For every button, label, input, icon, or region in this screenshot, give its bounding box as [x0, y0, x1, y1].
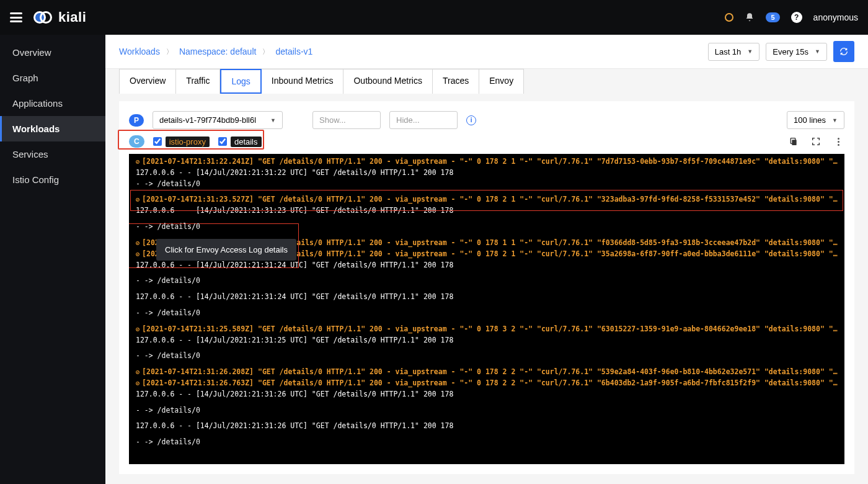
- sidebar-item-applications[interactable]: Applications: [0, 91, 105, 116]
- pod-pill: P: [129, 114, 144, 127]
- notification-bell-icon[interactable]: [745, 12, 755, 22]
- log-line: 127.0.0.6 - - [14/Jul/2021:21:31:26 UTC]…: [134, 421, 839, 432]
- log-line: - -> /details/0: [134, 222, 839, 233]
- container-details-toggle[interactable]: details: [218, 137, 262, 147]
- fullscreen-icon[interactable]: [810, 135, 822, 148]
- tab-outbound-metrics[interactable]: Outbound Metrics: [343, 69, 433, 94]
- container-istio-proxy-label: istio-proxy: [166, 137, 210, 147]
- info-icon[interactable]: i: [466, 115, 476, 125]
- sidebar-item-graph[interactable]: Graph: [0, 65, 105, 91]
- envoy-log-tooltip: Click for Envoy Access Log details: [156, 239, 296, 261]
- notification-count-badge[interactable]: 5: [766, 12, 779, 22]
- log-line: 127.0.0.6 - - [14/Jul/2021:21:31:24 UTC]…: [134, 260, 839, 271]
- container-details-label: details: [231, 137, 262, 147]
- log-controls-row-1: P details-v1-79f774bdb9-bll6l ▼ i 100 li…: [129, 111, 844, 129]
- log-line: 127.0.0.6 - - [14/Jul/2021:21:31:23 UTC]…: [134, 205, 839, 217]
- chevron-right-icon: 〉: [262, 47, 269, 56]
- caret-down-icon: ▼: [747, 48, 753, 55]
- main: Workloads 〉 Namespace: default 〉 details…: [105, 35, 868, 484]
- tab-traffic[interactable]: Traffic: [176, 69, 220, 94]
- log-line: - -> /details/0: [134, 405, 839, 416]
- breadcrumb-item[interactable]: Namespace: default: [179, 47, 257, 56]
- refresh-button[interactable]: [833, 41, 854, 62]
- log-line: 127.0.0.6 - - [14/Jul/2021:21:31:25 UTC]…: [134, 335, 839, 346]
- breadcrumb-item[interactable]: details-v1: [275, 47, 312, 56]
- page-header: Workloads 〉 Namespace: default 〉 details…: [105, 35, 868, 69]
- log-line[interactable]: [2021-07-14T21:31:23.527Z] "GET /details…: [134, 194, 839, 205]
- log-line: - -> /details/0: [134, 308, 839, 319]
- sidebar-item-overview[interactable]: Overview: [0, 40, 105, 65]
- menu-toggle-icon[interactable]: [10, 12, 22, 22]
- log-line[interactable]: [2021-07-14T21:31:26.763Z] "GET /details…: [134, 378, 839, 389]
- help-icon[interactable]: ?: [791, 12, 802, 23]
- caret-down-icon: ▼: [832, 117, 838, 123]
- app-name: kiali: [58, 9, 86, 25]
- svg-rect-0: [792, 140, 796, 145]
- log-line: - -> /details/0: [134, 437, 839, 448]
- checkbox[interactable]: [153, 137, 162, 146]
- kebab-menu-icon[interactable]: [832, 135, 844, 148]
- log-line: - -> /details/0: [134, 179, 839, 190]
- logs-panel: P details-v1-79f774bdb9-bll6l ▼ i 100 li…: [119, 101, 854, 474]
- chevron-right-icon: 〉: [166, 47, 173, 56]
- tab-traces[interactable]: Traces: [433, 69, 479, 94]
- time-range-select[interactable]: Last 1h ▼: [708, 43, 760, 61]
- container-istio-proxy-toggle[interactable]: istio-proxy: [153, 137, 210, 147]
- breadcrumb-item[interactable]: Workloads: [119, 47, 160, 56]
- tooltip-text: Click for Envoy Access Log details: [165, 245, 288, 254]
- log-line[interactable]: [2021-07-14T21:31:22.241Z] "GET /details…: [134, 156, 839, 168]
- tabs: OverviewTrafficLogsInbound MetricsOutbou…: [105, 69, 868, 94]
- sidebar: OverviewGraphApplicationsWorkloadsServic…: [0, 35, 105, 484]
- app-logo[interactable]: kiali: [33, 9, 86, 25]
- log-line[interactable]: [2021-07-14T21:31:25.589Z] "GET /details…: [134, 324, 839, 335]
- log-viewer[interactable]: [2021-07-14T21:31:22.241Z] "GET /details…: [129, 154, 844, 464]
- user-label[interactable]: anonymous: [813, 12, 858, 22]
- log-line: 127.0.0.6 - - [14/Jul/2021:21:31:22 UTC]…: [134, 168, 839, 179]
- topbar-right: 5 ? anonymous: [725, 12, 858, 23]
- tab-inbound-metrics[interactable]: Inbound Metrics: [262, 69, 344, 94]
- copy-logs-icon[interactable]: [787, 135, 800, 148]
- checkbox[interactable]: [218, 137, 227, 146]
- sidebar-item-workloads[interactable]: Workloads: [0, 116, 105, 141]
- container-pill: C: [129, 135, 144, 148]
- status-indicator-icon[interactable]: [725, 13, 733, 22]
- time-range-label: Last 1h: [715, 47, 742, 56]
- log-line: 127.0.0.6 - - [14/Jul/2021:21:31:24 UTC]…: [134, 292, 839, 303]
- refresh-interval-label: Every 15s: [773, 47, 808, 56]
- tab-logs[interactable]: Logs: [220, 69, 261, 94]
- line-count-select[interactable]: 100 lines ▼: [787, 111, 844, 129]
- logo-icon: [33, 10, 53, 25]
- topbar: kiali 5 ? anonymous: [0, 0, 868, 35]
- caret-down-icon: ▼: [815, 48, 820, 55]
- log-line: - -> /details/0: [134, 351, 839, 362]
- hide-filter-input[interactable]: [389, 111, 458, 129]
- sidebar-item-services[interactable]: Services: [0, 141, 105, 167]
- breadcrumb: Workloads 〉 Namespace: default 〉 details…: [119, 47, 312, 56]
- show-filter-input[interactable]: [312, 111, 381, 129]
- tab-envoy[interactable]: Envoy: [479, 69, 524, 94]
- sidebar-item-istio-config[interactable]: Istio Config: [0, 167, 105, 192]
- log-line[interactable]: [2021-07-14T21:31:26.208Z] "GET /details…: [134, 367, 839, 378]
- pod-select[interactable]: details-v1-79f774bdb9-bll6l ▼: [153, 111, 283, 129]
- pod-select-value: details-v1-79f774bdb9-bll6l: [159, 115, 256, 125]
- log-line: 127.0.0.6 - - [14/Jul/2021:21:31:26 UTC]…: [134, 389, 839, 400]
- caret-down-icon: ▼: [270, 117, 276, 123]
- log-controls-row-2: C istio-proxy details: [129, 135, 844, 148]
- tab-overview[interactable]: Overview: [119, 69, 176, 94]
- line-count-label: 100 lines: [794, 115, 826, 125]
- log-line: - -> /details/0: [134, 276, 839, 287]
- refresh-interval-select[interactable]: Every 15s ▼: [766, 43, 827, 61]
